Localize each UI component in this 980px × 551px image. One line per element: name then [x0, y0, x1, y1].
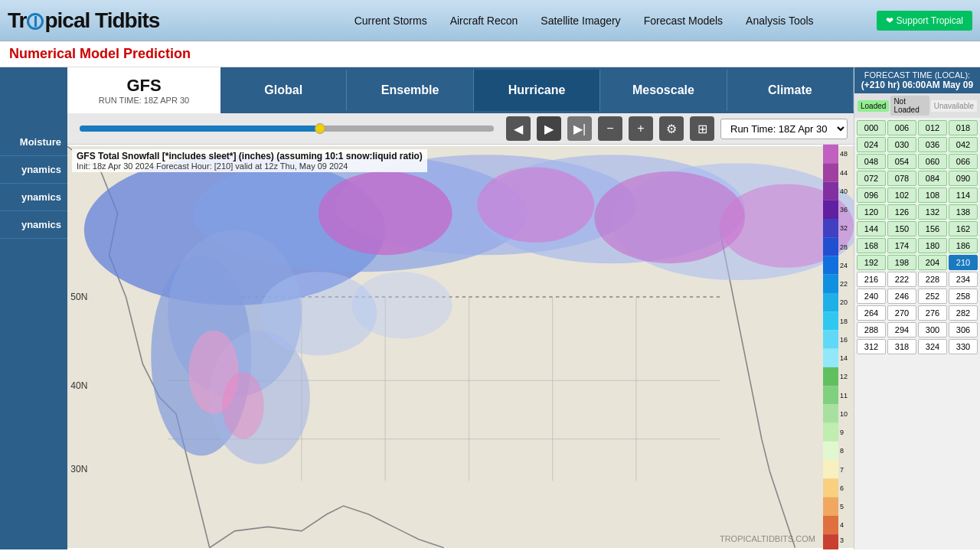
sidebar-item-moisture[interactable]: Moisture	[0, 129, 67, 156]
slider-thumb[interactable]	[315, 123, 325, 134]
sidebar-item-dynamics2[interactable]: ynamics	[0, 184, 67, 211]
hour-cell-288[interactable]: 288	[857, 322, 886, 337]
hour-cell-126[interactable]: 126	[887, 204, 916, 220]
hour-cell-294[interactable]: 294	[887, 322, 916, 337]
nav-aircraft-recon[interactable]: Aircraft Recon	[450, 15, 518, 27]
hour-cell-012[interactable]: 012	[918, 120, 947, 135]
hour-cell-234[interactable]: 234	[949, 272, 978, 287]
hour-cell-276[interactable]: 276	[918, 305, 947, 321]
hour-cell-144[interactable]: 144	[857, 221, 886, 236]
hour-cell-306[interactable]: 306	[949, 322, 978, 337]
settings-button[interactable]: ⚙	[659, 116, 684, 141]
sidebar-item-dynamics1[interactable]: ynamics	[0, 156, 67, 184]
hour-cell-312[interactable]: 312	[857, 339, 886, 354]
hour-cell-114[interactable]: 114	[949, 187, 978, 203]
timeline-slider[interactable]	[80, 126, 494, 132]
grid-button[interactable]: ⊞	[690, 116, 714, 141]
hour-cell-228[interactable]: 228	[918, 272, 947, 287]
hour-cell-186[interactable]: 186	[949, 238, 978, 253]
hour-cell-102[interactable]: 102	[887, 187, 916, 203]
run-time-dropdown[interactable]: Run Time: 18Z Apr 30 Run Time: 12Z Apr 3…	[720, 119, 848, 139]
hour-cell-168[interactable]: 168	[857, 238, 886, 253]
hour-cell-060[interactable]: 060	[918, 154, 947, 169]
svg-rect-41	[823, 386, 838, 404]
support-button[interactable]: ❤ Support Tropical	[877, 11, 972, 31]
tab-global[interactable]: Global	[220, 70, 347, 111]
hour-cell-054[interactable]: 054	[887, 154, 916, 169]
svg-text:9: 9	[840, 428, 844, 437]
svg-rect-37	[823, 311, 838, 330]
hour-cell-138[interactable]: 138	[949, 204, 978, 220]
hour-cell-132[interactable]: 132	[918, 204, 947, 220]
sidebar-item-dynamics3[interactable]: ynamics	[0, 211, 67, 239]
hour-cell-222[interactable]: 222	[887, 272, 916, 287]
hour-cell-162[interactable]: 162	[949, 221, 978, 236]
hour-cell-270[interactable]: 270	[887, 305, 916, 321]
hour-cell-246[interactable]: 246	[887, 289, 916, 304]
hour-cell-180[interactable]: 180	[918, 238, 947, 253]
hour-cell-036[interactable]: 036	[918, 137, 947, 152]
prev-button[interactable]: ◀	[506, 116, 531, 141]
hour-cell-330[interactable]: 330	[949, 339, 978, 354]
nav-current-storms[interactable]: Current Storms	[354, 15, 427, 27]
svg-text:7: 7	[840, 465, 844, 474]
plus-button[interactable]: +	[629, 116, 653, 141]
svg-text:40: 40	[840, 186, 848, 195]
hour-cell-264[interactable]: 264	[857, 305, 886, 321]
nav-analysis-tools[interactable]: Analysis Tools	[746, 15, 813, 27]
tab-climate[interactable]: Climate	[727, 70, 854, 111]
hour-cell-120[interactable]: 120	[857, 204, 886, 220]
nav-satellite-imagery[interactable]: Satellite Imagery	[541, 15, 620, 27]
hour-cell-204[interactable]: 204	[918, 255, 947, 270]
play-button[interactable]: ▶	[537, 116, 561, 141]
nav-forecast-models[interactable]: Forecast Models	[644, 15, 723, 27]
tab-hurricane[interactable]: Hurricane	[474, 70, 600, 111]
logo-area: Trpical Tidbits	[8, 8, 291, 33]
hour-cell-018[interactable]: 018	[949, 120, 978, 135]
hour-cell-300[interactable]: 300	[918, 322, 947, 337]
hour-cell-066[interactable]: 066	[949, 154, 978, 169]
tab-ensemble[interactable]: Ensemble	[347, 70, 473, 111]
svg-rect-30	[823, 181, 838, 200]
hour-cell-150[interactable]: 150	[887, 221, 916, 236]
hour-cell-216[interactable]: 216	[857, 272, 886, 287]
hour-cell-078[interactable]: 078	[887, 171, 916, 186]
svg-text:12: 12	[840, 372, 848, 381]
hour-cell-072[interactable]: 072	[857, 171, 886, 186]
svg-text:4: 4	[840, 520, 844, 530]
hour-cell-096[interactable]: 096	[857, 187, 886, 203]
legend-not-loaded: Not Loaded	[890, 96, 929, 116]
hour-cell-252[interactable]: 252	[918, 289, 947, 304]
hour-cell-024[interactable]: 024	[857, 137, 886, 152]
hour-cell-156[interactable]: 156	[918, 221, 947, 236]
hour-cell-174[interactable]: 174	[887, 238, 916, 253]
svg-rect-45	[823, 460, 838, 478]
hour-cell-240[interactable]: 240	[857, 289, 886, 304]
hour-cell-006[interactable]: 006	[887, 120, 916, 135]
hour-cell-042[interactable]: 042	[949, 137, 978, 152]
hour-cell-318[interactable]: 318	[887, 339, 916, 354]
hour-cell-084[interactable]: 084	[918, 171, 947, 186]
hour-grid: 0000060120180240300360420480540600660720…	[854, 118, 980, 357]
svg-text:48: 48	[840, 149, 848, 158]
hour-cell-210[interactable]: 210	[949, 255, 978, 270]
hour-cell-198[interactable]: 198	[887, 255, 916, 270]
hour-cell-258[interactable]: 258	[949, 289, 978, 304]
hour-cell-090[interactable]: 090	[949, 171, 978, 186]
minus-button[interactable]: −	[598, 116, 622, 141]
next-button[interactable]: ▶|	[567, 116, 592, 141]
svg-rect-28	[823, 145, 838, 163]
tab-mesoscale[interactable]: Mesoscale	[600, 70, 727, 111]
hour-cell-048[interactable]: 048	[857, 154, 886, 169]
hour-cell-000[interactable]: 000	[857, 120, 886, 135]
hour-cell-282[interactable]: 282	[949, 305, 978, 321]
svg-text:22: 22	[840, 279, 848, 289]
svg-rect-40	[823, 367, 838, 386]
hour-cell-192[interactable]: 192	[857, 255, 886, 270]
hour-cell-108[interactable]: 108	[918, 187, 947, 203]
svg-rect-38	[823, 330, 838, 348]
hour-cell-324[interactable]: 324	[918, 339, 947, 354]
model-name: GFS	[126, 76, 161, 96]
logo[interactable]: Trpical Tidbits	[8, 8, 159, 33]
hour-cell-030[interactable]: 030	[887, 137, 916, 152]
